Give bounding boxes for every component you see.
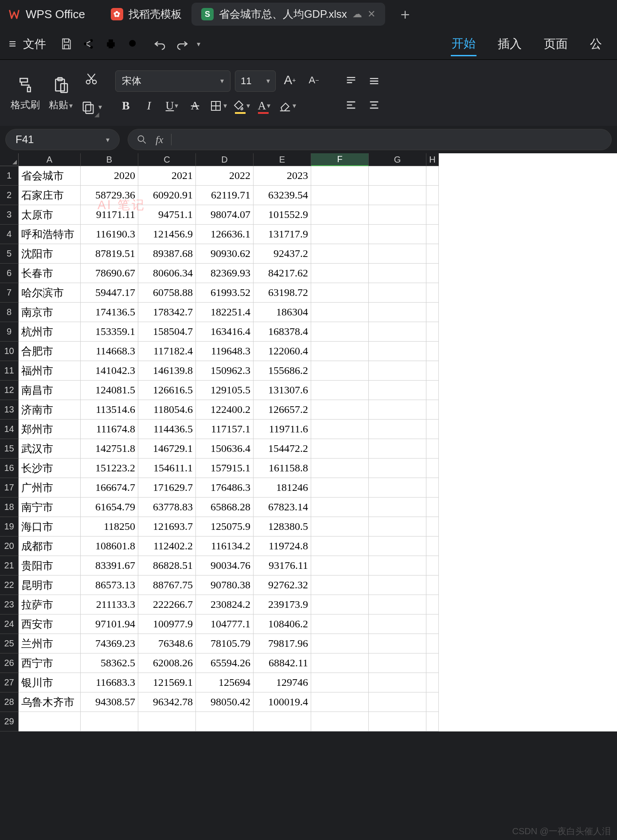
- cell[interactable]: [81, 712, 138, 731]
- cell[interactable]: [369, 420, 426, 439]
- select-all-corner[interactable]: [0, 153, 19, 166]
- cell[interactable]: [369, 692, 426, 712]
- paste-group[interactable]: 粘贴▾: [44, 74, 77, 112]
- cell[interactable]: 98050.42: [196, 692, 254, 712]
- cell[interactable]: 90780.38: [196, 576, 254, 595]
- cell[interactable]: [426, 634, 439, 653]
- cell[interactable]: 117182.4: [138, 342, 196, 361]
- row-header[interactable]: 10: [0, 342, 19, 361]
- cell[interactable]: [426, 478, 439, 498]
- cell[interactable]: [19, 712, 81, 731]
- cell[interactable]: [254, 712, 311, 731]
- cell[interactable]: 122400.2: [196, 400, 254, 420]
- row-header[interactable]: 14: [0, 420, 19, 439]
- format-painter-group[interactable]: 格式刷: [6, 74, 44, 112]
- row-header[interactable]: 15: [0, 439, 19, 459]
- cell[interactable]: 61654.79: [81, 498, 138, 517]
- cell[interactable]: 100019.4: [254, 692, 311, 712]
- cell[interactable]: 239173.9: [254, 595, 311, 614]
- cell[interactable]: 乌鲁木齐市: [19, 692, 81, 712]
- column-headers[interactable]: ABCDEFGH: [19, 153, 439, 166]
- cell[interactable]: 146139.8: [138, 361, 196, 381]
- cell[interactable]: 150636.4: [196, 439, 254, 459]
- cell[interactable]: 78690.67: [81, 264, 138, 283]
- cell[interactable]: 58729.36: [81, 186, 138, 205]
- cell[interactable]: [369, 576, 426, 595]
- row-header[interactable]: 3: [0, 205, 19, 225]
- cell[interactable]: 174136.5: [81, 303, 138, 322]
- cell[interactable]: 74369.23: [81, 634, 138, 653]
- cell[interactable]: [311, 439, 369, 459]
- cell[interactable]: 118250: [81, 517, 138, 537]
- row-header[interactable]: 28: [0, 692, 19, 712]
- cell[interactable]: [311, 186, 369, 205]
- cell[interactable]: 合肥市: [19, 342, 81, 361]
- cell[interactable]: 南京市: [19, 303, 81, 322]
- cell[interactable]: 93176.11: [254, 556, 311, 576]
- cell[interactable]: 230824.2: [196, 595, 254, 614]
- cell[interactable]: [369, 537, 426, 556]
- cell[interactable]: [426, 439, 439, 459]
- cell[interactable]: 90930.62: [196, 244, 254, 264]
- cell[interactable]: [426, 303, 439, 322]
- cell[interactable]: 161158.8: [254, 459, 311, 478]
- cell[interactable]: 157915.1: [196, 459, 254, 478]
- cell[interactable]: 181246: [254, 478, 311, 498]
- cut-button[interactable]: [84, 67, 99, 90]
- row-header[interactable]: 13: [0, 400, 19, 420]
- cell[interactable]: 129746: [254, 673, 311, 692]
- clear-format-button[interactable]: ▾: [277, 96, 298, 116]
- cell[interactable]: 94308.57: [81, 692, 138, 712]
- cell[interactable]: 108406.2: [254, 614, 311, 634]
- row-header[interactable]: 12: [0, 381, 19, 400]
- cell[interactable]: [311, 576, 369, 595]
- cell[interactable]: [426, 576, 439, 595]
- cell[interactable]: 171629.7: [138, 478, 196, 498]
- cell[interactable]: [311, 225, 369, 244]
- cell[interactable]: [426, 166, 439, 186]
- row-header[interactable]: 19: [0, 517, 19, 537]
- cell[interactable]: 西安市: [19, 614, 81, 634]
- cell[interactable]: [426, 361, 439, 381]
- cell[interactable]: [426, 283, 439, 303]
- cell[interactable]: 142751.8: [81, 439, 138, 459]
- cell[interactable]: [311, 614, 369, 634]
- cell[interactable]: 128380.5: [254, 517, 311, 537]
- cell[interactable]: 153359.1: [81, 322, 138, 342]
- cell[interactable]: [426, 400, 439, 420]
- cell[interactable]: [369, 400, 426, 420]
- col-header-F[interactable]: F: [311, 153, 369, 166]
- cell[interactable]: 拉萨市: [19, 595, 81, 614]
- row-header[interactable]: 4: [0, 225, 19, 244]
- cell[interactable]: 121456.9: [138, 225, 196, 244]
- cell[interactable]: 60920.91: [138, 186, 196, 205]
- cell[interactable]: 168378.4: [254, 322, 311, 342]
- cell[interactable]: [426, 556, 439, 576]
- cell[interactable]: [311, 634, 369, 653]
- cell[interactable]: [311, 283, 369, 303]
- cell[interactable]: 166674.7: [81, 478, 138, 498]
- cell[interactable]: [311, 244, 369, 264]
- cell[interactable]: 广州市: [19, 478, 81, 498]
- cell[interactable]: 131717.9: [254, 225, 311, 244]
- tab-docer[interactable]: ✿ 找稻壳模板: [101, 3, 191, 26]
- row-header[interactable]: 1: [0, 166, 19, 186]
- row-header[interactable]: 21: [0, 556, 19, 576]
- cell[interactable]: 82369.93: [196, 264, 254, 283]
- cell[interactable]: 121693.7: [138, 517, 196, 537]
- cell[interactable]: [311, 400, 369, 420]
- col-header-H[interactable]: H: [426, 153, 439, 166]
- cell[interactable]: 福州市: [19, 361, 81, 381]
- cell[interactable]: [196, 712, 254, 731]
- cell[interactable]: [311, 712, 369, 731]
- cell[interactable]: 111674.8: [81, 420, 138, 439]
- cell[interactable]: 211133.3: [81, 595, 138, 614]
- cell[interactable]: [369, 303, 426, 322]
- cell[interactable]: 141042.3: [81, 361, 138, 381]
- cell[interactable]: 太原市: [19, 205, 81, 225]
- cell[interactable]: [426, 205, 439, 225]
- cell[interactable]: 176486.3: [196, 478, 254, 498]
- cell[interactable]: [426, 498, 439, 517]
- cell[interactable]: [426, 712, 439, 731]
- cell[interactable]: 100977.9: [138, 614, 196, 634]
